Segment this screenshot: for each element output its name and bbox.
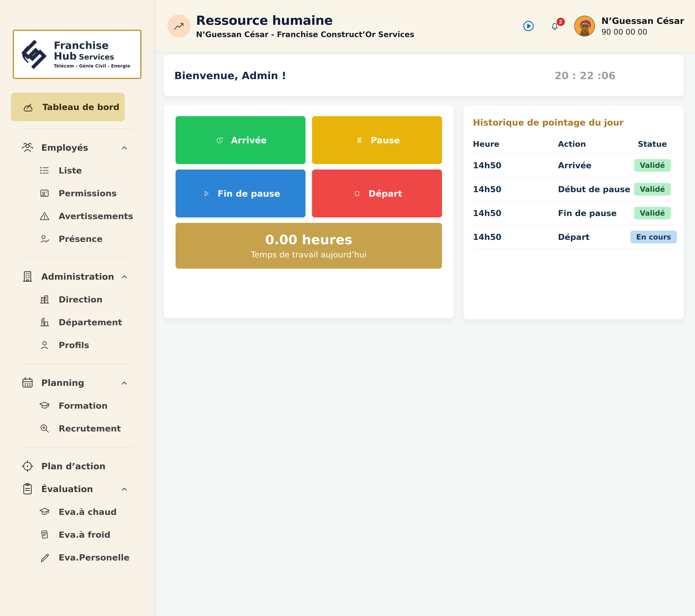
fin-de-pause-button[interactable]: Fin de pause [175, 170, 306, 218]
search-plus-icon [38, 422, 51, 434]
depart-button[interactable]: Départ [312, 170, 442, 218]
divider [23, 364, 132, 364]
company-logo: Franchise HubServices Télécom - Génie Ci… [13, 30, 141, 79]
sidebar-group-label: Employés [41, 142, 88, 153]
table-row: 14h50 Départ En cours [473, 225, 674, 249]
sidebar-item-profils[interactable]: Profils [0, 333, 153, 356]
page-icon-badge [167, 15, 191, 38]
cell-action: Départ [558, 232, 630, 242]
cell-action: Début de pause [558, 185, 630, 194]
hr-dashboard-app: Franchise HubServices Télécom - Génie Ci… [0, 0, 695, 616]
cell-heure: 14h50 [473, 208, 558, 218]
sidebar-group-label: Évaluation [41, 484, 93, 494]
direction-building-icon [38, 293, 51, 306]
pause-button[interactable]: Pause [312, 116, 442, 164]
chevron-up-icon [119, 378, 130, 388]
table-header-row: Heure Action Statue [473, 139, 674, 154]
table-row: 14h50 Arrivée Validé [473, 154, 674, 177]
pointage-actions-card: Arrivée Pause Fin de pause [164, 105, 454, 319]
user-check-icon [38, 233, 51, 245]
sidebar-item-label: Recrutement [58, 424, 121, 433]
column-header-statue: Statue [630, 139, 674, 149]
clock-rotate-icon [214, 135, 225, 146]
logo-text: Franchise HubServices Télécom - Génie Ci… [54, 40, 130, 68]
clipboard-icon [20, 482, 35, 496]
table-row: 14h50 Début de pause Validé [473, 177, 674, 201]
sidebar-item-liste[interactable]: Liste [0, 159, 153, 182]
sidebar-item-label: Tableau de bord [43, 102, 119, 112]
history-card: Historique de pointage du jour Heure Act… [463, 106, 684, 319]
work-hours-value: 0.00 heures [265, 232, 352, 247]
chevron-up-icon [119, 142, 130, 153]
building-icon [20, 269, 35, 284]
sidebar-item-permissions[interactable]: Permissions [0, 182, 153, 205]
sidebar-item-dashboard[interactable]: Tableau de bord [11, 92, 125, 121]
button-label: Arrivée [231, 135, 267, 145]
column-header-heure: Heure [473, 139, 558, 149]
sidebar-item-presence[interactable]: Présence [0, 227, 153, 250]
topbar: Ressource humaine N’Guessan César - Fran… [153, 0, 695, 52]
document-icon [38, 528, 51, 541]
sidebar-item-avertissements[interactable]: Avertissements [0, 205, 153, 227]
cell-heure: 14h50 [473, 185, 558, 194]
graduation-cap-icon [38, 399, 51, 412]
warning-icon [38, 210, 51, 222]
list-icon [38, 164, 51, 176]
sidebar-item-eva-personelle[interactable]: Eva.Personelle [0, 546, 153, 569]
notifications-button[interactable]: 2 [549, 20, 561, 32]
sidebar-item-formation[interactable]: Formation [0, 394, 153, 417]
sidebar-item-label: Plan d’action [41, 461, 105, 471]
play-circle-button[interactable] [523, 20, 534, 32]
sidebar-item-label: Présence [58, 234, 103, 244]
target-icon [20, 459, 35, 474]
avatar[interactable] [574, 15, 595, 37]
sidebar-item-direction[interactable]: Direction [0, 288, 153, 311]
button-label: Départ [369, 189, 402, 199]
logo-tagline: Télécom - Génie Civil - Energie [54, 64, 130, 69]
department-building-icon [38, 316, 51, 328]
cell-heure: 14h50 [473, 232, 558, 242]
sidebar-group-evaluation[interactable]: Évaluation [0, 478, 153, 500]
status-badge: Validé [634, 183, 671, 195]
cell-heure: 14h50 [473, 161, 558, 170]
table-row: 14h50 Fin de pause Validé [473, 201, 674, 225]
sidebar-item-label: Permissions [58, 188, 117, 198]
logo-name-line2: HubServices [54, 51, 130, 61]
id-badge-icon [38, 187, 51, 199]
logo-mark-icon [18, 38, 50, 71]
chevron-up-icon [119, 484, 130, 494]
sidebar-group-administration[interactable]: Administration [0, 265, 153, 288]
gauge-icon [21, 100, 35, 114]
notification-badge: 2 [557, 18, 565, 26]
sidebar-item-label: Direction [58, 294, 102, 305]
sidebar-item-label: Eva.Personelle [58, 552, 130, 562]
arrivee-button[interactable]: Arrivée [175, 116, 306, 164]
user-meta: N’Guessan César 90 00 00 00 [601, 16, 684, 36]
cell-action: Fin de pause [558, 208, 630, 218]
divider [23, 129, 132, 129]
logo-hub: Hub [54, 50, 77, 62]
sidebar-item-eva-froid[interactable]: Eva.à froid [0, 523, 153, 546]
sidebar-group-employes[interactable]: Employés [0, 136, 153, 159]
sidebar-item-departement[interactable]: Département [0, 311, 153, 333]
sidebar-group-planning[interactable]: Planning [0, 372, 153, 394]
sidebar-item-label: Profils [58, 340, 89, 350]
avatar-illustration [574, 15, 595, 37]
page-title: Ressource humaine [196, 13, 414, 28]
logo-services: Services [79, 53, 114, 61]
play-circle-icon [523, 20, 534, 32]
sidebar-item-label: Eva.à froid [58, 530, 111, 540]
main-content: Bienvenue, Admin ! 20 : 22 :06 Arrivée [153, 52, 695, 616]
sidebar-nav: Tableau de bord Employés Liste [0, 92, 153, 569]
work-hours-summary: 0.00 heures Temps de travail aujourd’hui [175, 223, 442, 269]
sidebar-item-recrutement[interactable]: Recrutement [0, 417, 153, 440]
play-icon [201, 188, 211, 199]
sidebar-item-eva-chaud[interactable]: Eva.à chaud [0, 500, 153, 523]
user-phone: 90 00 00 00 [601, 28, 684, 36]
pointage-buttons: Arrivée Pause Fin de pause [175, 116, 442, 218]
history-title: Historique de pointage du jour [473, 117, 674, 127]
column-header-action: Action [558, 139, 630, 149]
sidebar-item-plan-action[interactable]: Plan d’action [0, 455, 153, 478]
graduation-cap-icon [38, 506, 51, 518]
welcome-greeting: Bienvenue, Admin ! [174, 70, 286, 81]
